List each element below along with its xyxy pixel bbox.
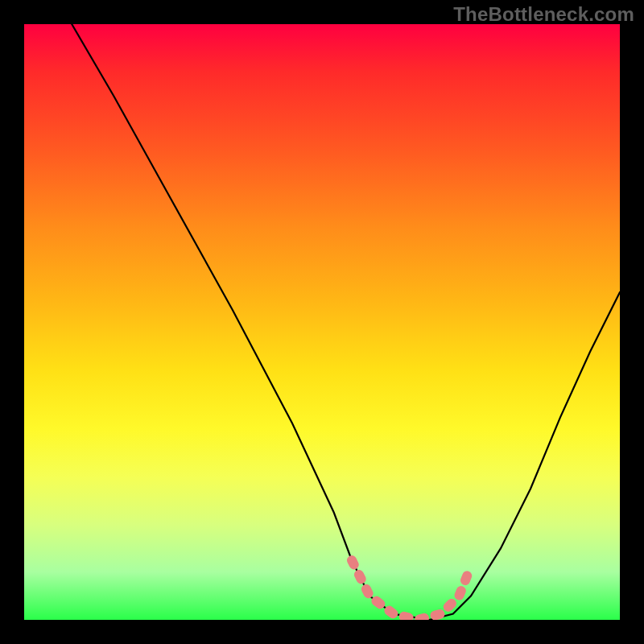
chart-svg bbox=[24, 24, 620, 620]
chart-plot-area bbox=[24, 24, 620, 620]
optimal-range-marker-line bbox=[352, 560, 471, 620]
chart-frame: TheBottleneck.com bbox=[0, 0, 644, 644]
watermark-text: TheBottleneck.com bbox=[453, 3, 634, 26]
bottleneck-curve-line bbox=[72, 24, 620, 620]
